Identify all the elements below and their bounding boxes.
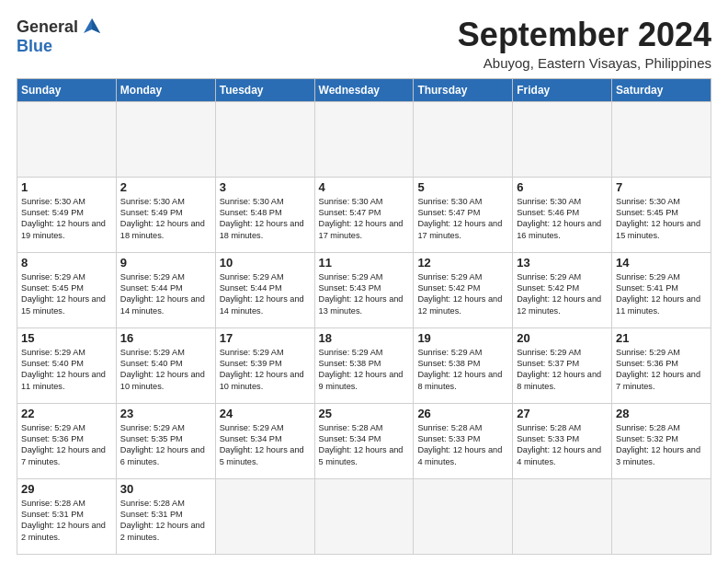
day-info: Sunrise: 5:29 AMSunset: 5:43 PMDaylight:…	[319, 271, 410, 317]
calendar-cell: 8Sunrise: 5:29 AMSunset: 5:45 PMDaylight…	[17, 252, 117, 327]
calendar-cell: 4Sunrise: 5:30 AMSunset: 5:47 PMDaylight…	[314, 177, 414, 252]
month-title: September 2024	[458, 17, 711, 53]
calendar-cell: 21Sunrise: 5:29 AMSunset: 5:36 PMDayligh…	[612, 327, 711, 403]
day-number: 29	[21, 482, 112, 496]
day-info: Sunrise: 5:29 AMSunset: 5:38 PMDaylight:…	[417, 347, 508, 393]
day-number: 1	[21, 180, 112, 194]
day-number: 24	[220, 407, 311, 420]
day-info: Sunrise: 5:29 AMSunset: 5:38 PMDaylight:…	[319, 347, 410, 393]
day-info: Sunrise: 5:30 AMSunset: 5:49 PMDaylight:…	[120, 196, 211, 242]
location-title: Abuyog, Eastern Visayas, Philippines	[458, 55, 711, 71]
day-number: 7	[616, 180, 707, 194]
calendar-cell: 17Sunrise: 5:29 AMSunset: 5:39 PMDayligh…	[215, 327, 314, 403]
day-number: 18	[319, 331, 410, 345]
calendar-week-5: 29Sunrise: 5:28 AMSunset: 5:31 PMDayligh…	[17, 478, 711, 554]
calendar-cell: 7Sunrise: 5:30 AMSunset: 5:45 PMDaylight…	[612, 177, 711, 252]
logo-blue-text: Blue	[17, 37, 52, 56]
calendar-header-row: Sunday Monday Tuesday Wednesday Thursday…	[17, 78, 711, 101]
day-number: 21	[616, 331, 707, 345]
day-number: 6	[517, 180, 608, 194]
calendar-cell	[116, 101, 215, 177]
calendar-cell	[215, 101, 314, 177]
day-info: Sunrise: 5:29 AMSunset: 5:44 PMDaylight:…	[220, 271, 311, 317]
page: General Blue September 2024 Abuyog, East…	[0, 0, 728, 563]
day-number: 19	[417, 331, 508, 345]
calendar-cell: 10Sunrise: 5:29 AMSunset: 5:44 PMDayligh…	[215, 252, 314, 327]
calendar-cell: 29Sunrise: 5:28 AMSunset: 5:31 PMDayligh…	[17, 478, 117, 554]
day-info: Sunrise: 5:29 AMSunset: 5:40 PMDaylight:…	[120, 347, 211, 393]
day-info: Sunrise: 5:29 AMSunset: 5:34 PMDaylight:…	[220, 422, 311, 468]
calendar-cell: 28Sunrise: 5:28 AMSunset: 5:32 PMDayligh…	[612, 403, 711, 478]
day-info: Sunrise: 5:30 AMSunset: 5:47 PMDaylight:…	[417, 196, 508, 242]
day-number: 9	[120, 256, 211, 270]
calendar-cell: 9Sunrise: 5:29 AMSunset: 5:44 PMDaylight…	[116, 252, 215, 327]
calendar-cell: 20Sunrise: 5:29 AMSunset: 5:37 PMDayligh…	[513, 327, 612, 403]
day-info: Sunrise: 5:28 AMSunset: 5:32 PMDaylight:…	[616, 422, 707, 468]
day-number: 26	[417, 407, 508, 420]
calendar-cell: 2Sunrise: 5:30 AMSunset: 5:49 PMDaylight…	[116, 177, 215, 252]
day-number: 2	[120, 180, 211, 194]
col-monday: Monday	[116, 78, 215, 101]
col-wednesday: Wednesday	[314, 78, 414, 101]
day-info: Sunrise: 5:29 AMSunset: 5:36 PMDaylight:…	[616, 347, 707, 393]
day-number: 22	[21, 407, 112, 420]
calendar-cell: 5Sunrise: 5:30 AMSunset: 5:47 PMDaylight…	[414, 177, 513, 252]
day-info: Sunrise: 5:28 AMSunset: 5:31 PMDaylight:…	[21, 498, 112, 544]
calendar-cell: 1Sunrise: 5:30 AMSunset: 5:49 PMDaylight…	[17, 177, 117, 252]
day-info: Sunrise: 5:29 AMSunset: 5:45 PMDaylight:…	[21, 271, 112, 317]
calendar-cell: 23Sunrise: 5:29 AMSunset: 5:35 PMDayligh…	[116, 403, 215, 478]
calendar-cell: 15Sunrise: 5:29 AMSunset: 5:40 PMDayligh…	[17, 327, 117, 403]
calendar-cell	[414, 101, 513, 177]
day-number: 28	[616, 407, 707, 420]
calendar-cell: 30Sunrise: 5:28 AMSunset: 5:31 PMDayligh…	[116, 478, 215, 554]
calendar-cell	[17, 101, 117, 177]
day-info: Sunrise: 5:29 AMSunset: 5:42 PMDaylight:…	[417, 271, 508, 317]
day-number: 10	[220, 256, 311, 270]
calendar-cell: 14Sunrise: 5:29 AMSunset: 5:41 PMDayligh…	[612, 252, 711, 327]
calendar-week-4: 22Sunrise: 5:29 AMSunset: 5:36 PMDayligh…	[17, 403, 711, 478]
col-sunday: Sunday	[17, 78, 117, 101]
calendar-cell	[314, 478, 414, 554]
day-number: 3	[220, 180, 311, 194]
calendar-week-2: 8Sunrise: 5:29 AMSunset: 5:45 PMDaylight…	[17, 252, 711, 327]
day-info: Sunrise: 5:30 AMSunset: 5:49 PMDaylight:…	[21, 196, 112, 242]
day-info: Sunrise: 5:29 AMSunset: 5:44 PMDaylight:…	[120, 271, 211, 317]
day-info: Sunrise: 5:30 AMSunset: 5:47 PMDaylight:…	[319, 196, 410, 242]
day-info: Sunrise: 5:29 AMSunset: 5:39 PMDaylight:…	[220, 347, 311, 393]
day-number: 4	[319, 180, 410, 194]
day-number: 11	[319, 256, 410, 270]
calendar-week-3: 15Sunrise: 5:29 AMSunset: 5:40 PMDayligh…	[17, 327, 711, 403]
day-number: 20	[517, 331, 608, 345]
calendar-cell: 6Sunrise: 5:30 AMSunset: 5:46 PMDaylight…	[513, 177, 612, 252]
day-info: Sunrise: 5:30 AMSunset: 5:48 PMDaylight:…	[220, 196, 311, 242]
calendar-cell: 26Sunrise: 5:28 AMSunset: 5:33 PMDayligh…	[414, 403, 513, 478]
calendar-cell	[612, 478, 711, 554]
day-info: Sunrise: 5:28 AMSunset: 5:33 PMDaylight:…	[417, 422, 508, 468]
day-number: 14	[616, 256, 707, 270]
col-saturday: Saturday	[612, 78, 711, 101]
calendar-cell: 24Sunrise: 5:29 AMSunset: 5:34 PMDayligh…	[215, 403, 314, 478]
calendar-cell: 16Sunrise: 5:29 AMSunset: 5:40 PMDayligh…	[116, 327, 215, 403]
day-number: 12	[417, 256, 508, 270]
calendar-cell: 25Sunrise: 5:28 AMSunset: 5:34 PMDayligh…	[314, 403, 414, 478]
day-info: Sunrise: 5:30 AMSunset: 5:45 PMDaylight:…	[616, 196, 707, 242]
day-number: 17	[220, 331, 311, 345]
day-number: 5	[417, 180, 508, 194]
calendar-cell: 18Sunrise: 5:29 AMSunset: 5:38 PMDayligh…	[314, 327, 414, 403]
col-friday: Friday	[513, 78, 612, 101]
day-info: Sunrise: 5:29 AMSunset: 5:36 PMDaylight:…	[21, 422, 112, 468]
calendar-cell: 22Sunrise: 5:29 AMSunset: 5:36 PMDayligh…	[17, 403, 117, 478]
calendar-cell	[414, 478, 513, 554]
calendar-cell: 12Sunrise: 5:29 AMSunset: 5:42 PMDayligh…	[414, 252, 513, 327]
calendar-week-1: 1Sunrise: 5:30 AMSunset: 5:49 PMDaylight…	[17, 177, 711, 252]
day-number: 15	[21, 331, 112, 345]
calendar-cell: 19Sunrise: 5:29 AMSunset: 5:38 PMDayligh…	[414, 327, 513, 403]
calendar-cell: 3Sunrise: 5:30 AMSunset: 5:48 PMDaylight…	[215, 177, 314, 252]
day-info: Sunrise: 5:29 AMSunset: 5:35 PMDaylight:…	[120, 422, 211, 468]
col-tuesday: Tuesday	[215, 78, 314, 101]
day-info: Sunrise: 5:29 AMSunset: 5:40 PMDaylight:…	[21, 347, 112, 393]
day-number: 8	[21, 256, 112, 270]
header: General Blue September 2024 Abuyog, East…	[17, 17, 711, 71]
day-number: 25	[319, 407, 410, 420]
calendar-cell	[513, 478, 612, 554]
